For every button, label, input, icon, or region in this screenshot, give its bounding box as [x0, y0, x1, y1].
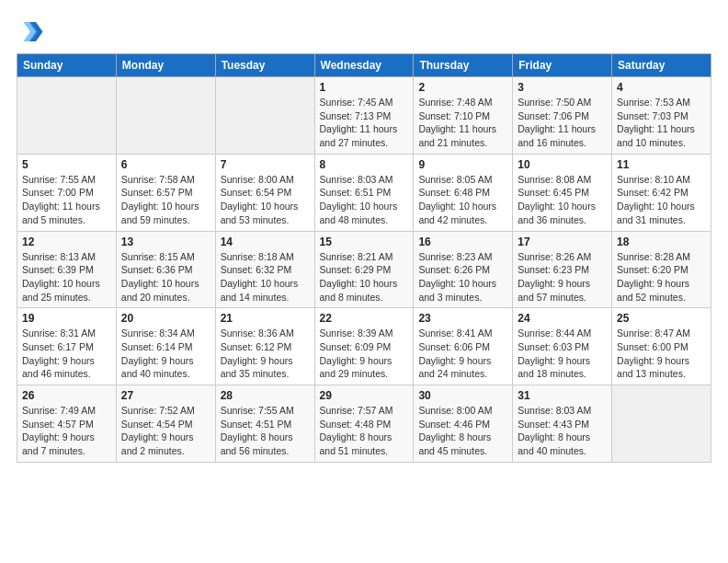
- day-cell: 22Sunrise: 8:39 AM Sunset: 6:09 PM Dayli…: [314, 308, 414, 385]
- day-info: Sunrise: 8:18 AM Sunset: 6:32 PM Dayligh…: [221, 250, 310, 304]
- day-cell: 20Sunrise: 8:34 AM Sunset: 6:14 PM Dayli…: [116, 308, 215, 385]
- header: [17, 17, 711, 44]
- weekday-header-saturday: Saturday: [612, 54, 711, 77]
- day-info: Sunrise: 7:55 AM Sunset: 4:51 PM Dayligh…: [221, 404, 310, 458]
- day-info: Sunrise: 8:03 AM Sunset: 4:43 PM Dayligh…: [518, 404, 607, 458]
- day-info: Sunrise: 8:31 AM Sunset: 6:17 PM Dayligh…: [22, 327, 111, 381]
- day-number: 12: [22, 236, 111, 248]
- day-cell: 3Sunrise: 7:50 AM Sunset: 7:06 PM Daylig…: [513, 77, 612, 155]
- day-number: 14: [221, 236, 310, 248]
- weekday-header-row: SundayMondayTuesdayWednesdayThursdayFrid…: [17, 54, 711, 77]
- day-cell: 9Sunrise: 8:05 AM Sunset: 6:48 PM Daylig…: [414, 154, 513, 231]
- day-cell: 1Sunrise: 7:45 AM Sunset: 7:13 PM Daylig…: [314, 77, 414, 155]
- day-info: Sunrise: 7:50 AM Sunset: 7:06 PM Dayligh…: [518, 96, 607, 150]
- day-info: Sunrise: 8:00 AM Sunset: 6:54 PM Dayligh…: [221, 173, 310, 227]
- day-number: 15: [320, 236, 409, 248]
- day-number: 10: [518, 158, 607, 171]
- day-number: 17: [518, 236, 607, 248]
- day-info: Sunrise: 8:34 AM Sunset: 6:14 PM Dayligh…: [121, 327, 210, 381]
- day-cell: 2Sunrise: 7:48 AM Sunset: 7:10 PM Daylig…: [414, 77, 513, 155]
- day-info: Sunrise: 8:21 AM Sunset: 6:29 PM Dayligh…: [320, 250, 409, 304]
- day-number: 19: [22, 312, 111, 325]
- day-info: Sunrise: 8:15 AM Sunset: 6:36 PM Dayligh…: [121, 250, 210, 304]
- day-info: Sunrise: 8:00 AM Sunset: 4:46 PM Dayligh…: [418, 404, 507, 458]
- day-number: 21: [221, 312, 310, 325]
- day-cell: 18Sunrise: 8:28 AM Sunset: 6:20 PM Dayli…: [612, 231, 711, 308]
- day-info: Sunrise: 8:28 AM Sunset: 6:20 PM Dayligh…: [617, 250, 706, 304]
- day-cell: 8Sunrise: 8:03 AM Sunset: 6:51 PM Daylig…: [314, 154, 414, 231]
- day-cell: 26Sunrise: 7:49 AM Sunset: 4:57 PM Dayli…: [17, 385, 117, 463]
- day-cell: 17Sunrise: 8:26 AM Sunset: 6:23 PM Dayli…: [513, 231, 612, 308]
- day-number: 11: [617, 158, 706, 171]
- day-number: 30: [418, 389, 507, 402]
- day-cell: 29Sunrise: 7:57 AM Sunset: 4:48 PM Dayli…: [314, 385, 414, 463]
- day-number: 5: [22, 158, 111, 171]
- week-row-1: 1Sunrise: 7:45 AM Sunset: 7:13 PM Daylig…: [17, 77, 711, 155]
- day-info: Sunrise: 7:45 AM Sunset: 7:13 PM Dayligh…: [320, 96, 409, 150]
- day-number: 8: [320, 158, 409, 171]
- weekday-header-monday: Monday: [116, 54, 215, 77]
- weekday-header-thursday: Thursday: [414, 54, 513, 77]
- page: SundayMondayTuesdayWednesdayThursdayFrid…: [0, 0, 728, 563]
- day-cell: 21Sunrise: 8:36 AM Sunset: 6:12 PM Dayli…: [215, 308, 314, 385]
- day-number: 18: [617, 236, 706, 248]
- day-cell: 12Sunrise: 8:13 AM Sunset: 6:39 PM Dayli…: [17, 231, 117, 308]
- day-cell: [215, 77, 314, 155]
- day-info: Sunrise: 7:49 AM Sunset: 4:57 PM Dayligh…: [22, 404, 111, 458]
- day-cell: 5Sunrise: 7:55 AM Sunset: 7:00 PM Daylig…: [17, 154, 117, 231]
- day-info: Sunrise: 7:58 AM Sunset: 6:57 PM Dayligh…: [121, 173, 210, 227]
- day-cell: 31Sunrise: 8:03 AM Sunset: 4:43 PM Dayli…: [513, 385, 612, 463]
- day-cell: 28Sunrise: 7:55 AM Sunset: 4:51 PM Dayli…: [215, 385, 314, 463]
- calendar-table: SundayMondayTuesdayWednesdayThursdayFrid…: [17, 53, 711, 463]
- day-cell: 4Sunrise: 7:53 AM Sunset: 7:03 PM Daylig…: [612, 77, 711, 155]
- week-row-4: 19Sunrise: 8:31 AM Sunset: 6:17 PM Dayli…: [17, 308, 711, 385]
- weekday-header-friday: Friday: [513, 54, 612, 77]
- week-row-3: 12Sunrise: 8:13 AM Sunset: 6:39 PM Dayli…: [17, 231, 711, 308]
- day-info: Sunrise: 8:13 AM Sunset: 6:39 PM Dayligh…: [22, 250, 111, 304]
- day-info: Sunrise: 8:10 AM Sunset: 6:42 PM Dayligh…: [617, 173, 706, 227]
- day-info: Sunrise: 8:05 AM Sunset: 6:48 PM Dayligh…: [418, 173, 507, 227]
- day-cell: 10Sunrise: 8:08 AM Sunset: 6:45 PM Dayli…: [513, 154, 612, 231]
- day-cell: 14Sunrise: 8:18 AM Sunset: 6:32 PM Dayli…: [215, 231, 314, 308]
- day-cell: 16Sunrise: 8:23 AM Sunset: 6:26 PM Dayli…: [414, 231, 513, 308]
- day-number: 28: [221, 389, 310, 402]
- day-number: 29: [320, 389, 409, 402]
- week-row-2: 5Sunrise: 7:55 AM Sunset: 7:00 PM Daylig…: [17, 154, 711, 231]
- day-cell: 7Sunrise: 8:00 AM Sunset: 6:54 PM Daylig…: [215, 154, 314, 231]
- day-cell: 11Sunrise: 8:10 AM Sunset: 6:42 PM Dayli…: [612, 154, 711, 231]
- day-number: 24: [518, 312, 607, 325]
- day-info: Sunrise: 8:08 AM Sunset: 6:45 PM Dayligh…: [518, 173, 607, 227]
- day-number: 22: [320, 312, 409, 325]
- day-cell: [116, 77, 215, 155]
- week-row-5: 26Sunrise: 7:49 AM Sunset: 4:57 PM Dayli…: [17, 385, 711, 463]
- day-cell: 30Sunrise: 8:00 AM Sunset: 4:46 PM Dayli…: [414, 385, 513, 463]
- day-cell: 6Sunrise: 7:58 AM Sunset: 6:57 PM Daylig…: [116, 154, 215, 231]
- day-number: 23: [418, 312, 507, 325]
- day-info: Sunrise: 8:26 AM Sunset: 6:23 PM Dayligh…: [518, 250, 607, 304]
- day-number: 2: [418, 81, 507, 94]
- logo: [17, 17, 48, 44]
- day-number: 9: [418, 158, 507, 171]
- day-number: 13: [121, 236, 210, 248]
- day-cell: 25Sunrise: 8:47 AM Sunset: 6:00 PM Dayli…: [612, 308, 711, 385]
- day-cell: 24Sunrise: 8:44 AM Sunset: 6:03 PM Dayli…: [513, 308, 612, 385]
- day-info: Sunrise: 7:57 AM Sunset: 4:48 PM Dayligh…: [320, 404, 409, 458]
- day-info: Sunrise: 8:44 AM Sunset: 6:03 PM Dayligh…: [518, 327, 607, 381]
- day-cell: 27Sunrise: 7:52 AM Sunset: 4:54 PM Dayli…: [116, 385, 215, 463]
- day-cell: 13Sunrise: 8:15 AM Sunset: 6:36 PM Dayli…: [116, 231, 215, 308]
- logo-icon: [17, 17, 44, 44]
- day-number: 16: [418, 236, 507, 248]
- day-number: 27: [121, 389, 210, 402]
- day-info: Sunrise: 7:53 AM Sunset: 7:03 PM Dayligh…: [617, 96, 706, 150]
- day-info: Sunrise: 7:48 AM Sunset: 7:10 PM Dayligh…: [418, 96, 507, 150]
- day-number: 7: [221, 158, 310, 171]
- day-info: Sunrise: 8:41 AM Sunset: 6:06 PM Dayligh…: [418, 327, 507, 381]
- day-number: 6: [121, 158, 210, 171]
- day-number: 4: [617, 81, 706, 94]
- day-cell: [17, 77, 117, 155]
- day-number: 25: [617, 312, 706, 325]
- weekday-header-sunday: Sunday: [17, 54, 117, 77]
- day-info: Sunrise: 8:03 AM Sunset: 6:51 PM Dayligh…: [320, 173, 409, 227]
- day-info: Sunrise: 8:23 AM Sunset: 6:26 PM Dayligh…: [418, 250, 507, 304]
- day-number: 1: [320, 81, 409, 94]
